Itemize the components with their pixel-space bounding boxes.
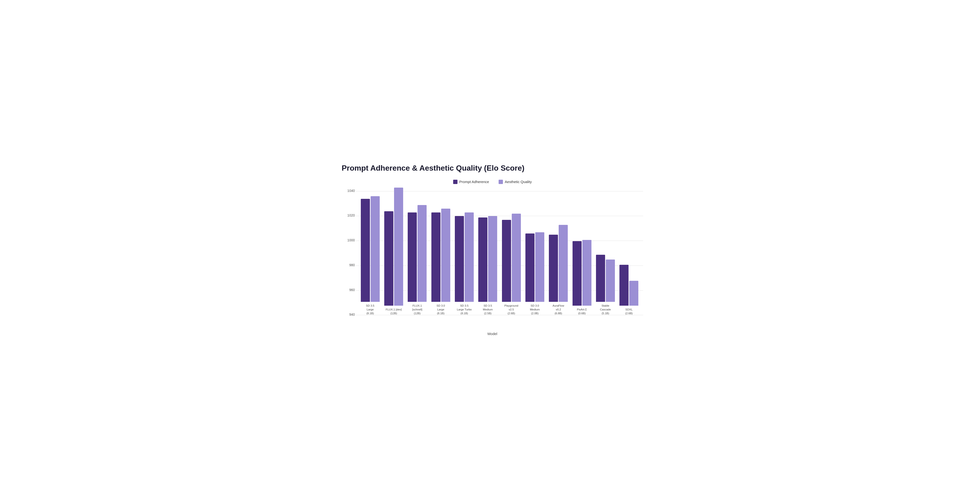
bar-label: SD 3.5 Large Turbo (8.1B) <box>457 304 472 315</box>
bar-group: Playground v2.5 (2.6B) <box>500 214 523 315</box>
bar-group: Stable Cascade (5.1B) <box>593 255 617 315</box>
y-axis-label: 1000 <box>343 238 355 242</box>
bars <box>547 225 570 302</box>
bar-group: FLUX.1 [dev] (12B) <box>382 188 405 315</box>
prompt-bar <box>502 220 511 302</box>
aesthetic-bar <box>417 205 426 302</box>
bar-label: SD 3.5 Medium (2.5B) <box>483 304 493 315</box>
bars <box>500 214 523 302</box>
prompt-bar <box>478 217 487 302</box>
legend-swatch <box>499 180 503 184</box>
y-axis-label: 940 <box>343 312 355 316</box>
bar-label: SD 3.5 Large (8.1B) <box>366 304 374 315</box>
bar-label: SDXL (2.6B) <box>625 307 633 315</box>
prompt-bar <box>619 265 628 306</box>
bars-area: SD 3.5 Large (8.1B)FLUX.1 [dev] (12B)FLU… <box>356 191 643 315</box>
bar-label: Stable Cascade (5.1B) <box>600 304 611 315</box>
chart-title: Prompt Adherence & Aesthetic Quality (El… <box>342 164 643 173</box>
bars <box>382 188 405 306</box>
y-axis-label: 1020 <box>343 213 355 217</box>
legend-label: Prompt Adherence <box>460 180 489 184</box>
bar-label: SD 3.0 Large (8.1B) <box>437 304 445 315</box>
prompt-bar <box>596 255 605 302</box>
chart-area: 104010201000980960940 SD 3.5 Large (8.1B… <box>342 191 643 330</box>
aesthetic-bar <box>371 196 380 302</box>
prompt-bar <box>361 199 370 302</box>
legend-label: Aesthetic Quality <box>505 180 532 184</box>
aesthetic-bar <box>441 209 450 302</box>
legend-item: Aesthetic Quality <box>499 180 532 184</box>
aesthetic-bar <box>606 260 615 302</box>
bar-group: SD 3.0 Medium (2.0B) <box>523 232 546 315</box>
prompt-bar <box>549 235 558 302</box>
bars <box>406 205 429 302</box>
bar-label: SD 3.0 Medium (2.0B) <box>530 304 540 315</box>
y-axis-label: 960 <box>343 288 355 292</box>
bar-label: AuraFlow v0.2 (6.8B) <box>553 304 565 315</box>
prompt-bar <box>408 212 417 302</box>
y-axis-label: 1040 <box>343 189 355 193</box>
bars <box>452 212 476 302</box>
bar-group: SD 3.0 Large (8.1B) <box>429 209 452 315</box>
chart-container: Prompt Adherence & Aesthetic Quality (El… <box>323 154 657 350</box>
bar-label: FLUX.1 [dev] (12B) <box>386 307 402 315</box>
bar-group: SDXL (2.6B) <box>617 265 641 315</box>
legend-item: Prompt Adherence <box>453 180 489 184</box>
bar-group: AuraFlow v0.2 (6.8B) <box>547 225 570 315</box>
prompt-bar <box>431 212 441 302</box>
prompt-bar <box>573 241 582 306</box>
prompt-bar <box>525 233 535 302</box>
bars <box>429 209 452 302</box>
bar-label: FLUX.1 [schnell] (12B) <box>412 304 422 315</box>
bars <box>570 240 593 306</box>
bar-group: SD 3.5 Medium (2.5B) <box>476 216 500 315</box>
bars <box>358 196 382 302</box>
bars <box>476 216 500 302</box>
bars <box>593 255 617 302</box>
aesthetic-bar <box>394 188 403 306</box>
aesthetic-bar <box>582 240 592 306</box>
bar-label: Playground v2.5 (2.6B) <box>504 304 518 315</box>
aesthetic-bar <box>512 214 521 302</box>
prompt-bar <box>384 211 393 306</box>
aesthetic-bar <box>465 212 474 302</box>
aesthetic-bar <box>558 225 568 302</box>
aesthetic-bar <box>629 281 638 306</box>
bars <box>523 232 546 302</box>
bar-group: FLUX.1 [schnell] (12B) <box>406 205 429 315</box>
bar-group: SD 3.5 Large (8.1B) <box>358 196 382 315</box>
chart-legend: Prompt Adherence Aesthetic Quality <box>342 180 643 184</box>
bar-label: PixArt-Σ (0.6B) <box>577 307 587 315</box>
x-axis-title: Model <box>342 332 643 336</box>
aesthetic-bar <box>488 216 497 302</box>
prompt-bar <box>455 216 464 302</box>
bar-group: SD 3.5 Large Turbo (8.1B) <box>452 212 476 315</box>
bars <box>617 265 641 306</box>
aesthetic-bar <box>535 232 544 302</box>
legend-swatch <box>453 180 457 184</box>
bar-group: PixArt-Σ (0.6B) <box>570 240 593 315</box>
y-axis-label: 980 <box>343 263 355 267</box>
